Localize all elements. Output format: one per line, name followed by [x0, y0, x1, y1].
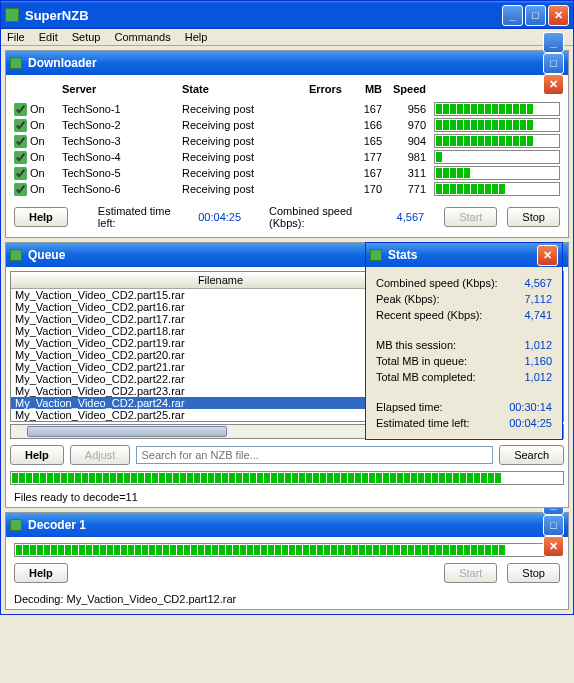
stats-titlebar[interactable]: Stats ✕: [366, 243, 562, 267]
stat-value: 1,012: [524, 339, 552, 351]
close-button[interactable]: ✕: [548, 5, 569, 26]
server-row: On TechSono-3 Receiving post 165 904: [14, 133, 560, 149]
stat-label: Combined speed (Kbps):: [376, 277, 498, 289]
server-speed: 771: [392, 183, 434, 195]
server-progress: [434, 134, 560, 148]
cube-icon: [10, 519, 22, 531]
dl-start-button[interactable]: Start: [444, 207, 497, 227]
server-row: On TechSono-6 Receiving post 170 771: [14, 181, 560, 197]
dl-stop-button[interactable]: Stop: [507, 207, 560, 227]
dec-start-button[interactable]: Start: [444, 563, 497, 583]
queue-progress: [10, 471, 564, 485]
queue-search-button[interactable]: Search: [499, 445, 564, 465]
main-window: SuperNZB _ □ ✕ File Edit Setup Commands …: [0, 0, 574, 615]
stat-label: MB this session:: [376, 339, 456, 351]
on-checkbox[interactable]: [14, 135, 27, 148]
stat-row: Combined speed (Kbps):4,567: [376, 275, 552, 291]
downloader-title: Downloader: [28, 56, 543, 70]
dl-help-button[interactable]: Help: [14, 207, 68, 227]
stat-row: Recent speed (Kbps):4,741: [376, 307, 552, 323]
menubar: File Edit Setup Commands Help: [1, 29, 573, 46]
stat-label: Elapsed time:: [376, 401, 443, 413]
server-row: On TechSono-2 Receiving post 166 970: [14, 117, 560, 133]
on-label: On: [30, 119, 45, 131]
col-state: State: [182, 83, 297, 95]
stats-panel: Stats ✕ Combined speed (Kbps):4,567Peak …: [365, 242, 563, 440]
server-progress: [434, 182, 560, 196]
server-name: TechSono-4: [62, 151, 182, 163]
server-mb: 165: [352, 135, 392, 147]
menu-edit[interactable]: Edit: [39, 31, 58, 43]
server-mb: 166: [352, 119, 392, 131]
on-checkbox[interactable]: [14, 167, 27, 180]
cube-icon: [370, 249, 382, 261]
col-mb: MB: [352, 83, 392, 95]
server-speed: 970: [392, 119, 434, 131]
dec-stop-button[interactable]: Stop: [507, 563, 560, 583]
server-name: TechSono-3: [62, 135, 182, 147]
stat-label: Total MB in queue:: [376, 355, 467, 367]
server-state: Receiving post: [182, 167, 297, 179]
stat-row: Peak (Kbps):7,112: [376, 291, 552, 307]
server-speed: 311: [392, 167, 434, 179]
dl-maximize-button[interactable]: □: [543, 53, 564, 74]
on-checkbox[interactable]: [14, 119, 27, 132]
server-name: TechSono-5: [62, 167, 182, 179]
server-state: Receiving post: [182, 151, 297, 163]
menu-file[interactable]: File: [7, 31, 25, 43]
dec-help-button[interactable]: Help: [14, 563, 68, 583]
stat-value: 1,012: [524, 371, 552, 383]
server-row: On TechSono-4 Receiving post 177 981: [14, 149, 560, 165]
stat-value: 4,741: [524, 309, 552, 321]
stat-label: Peak (Kbps):: [376, 293, 440, 305]
server-mb: 170: [352, 183, 392, 195]
stat-label: Recent speed (Kbps):: [376, 309, 482, 321]
queue-adjust-button[interactable]: Adjust: [70, 445, 131, 465]
downloader-titlebar[interactable]: Downloader _ □ ✕: [6, 51, 568, 75]
on-checkbox[interactable]: [14, 151, 27, 164]
server-progress: [434, 166, 560, 180]
dec-close-button[interactable]: ✕: [543, 536, 564, 557]
menu-setup[interactable]: Setup: [72, 31, 101, 43]
app-title: SuperNZB: [25, 8, 502, 23]
stat-value: 00:30:14: [509, 401, 552, 413]
server-state: Receiving post: [182, 103, 297, 115]
queue-help-button[interactable]: Help: [10, 445, 64, 465]
on-checkbox[interactable]: [14, 183, 27, 196]
col-errors: Errors: [297, 83, 352, 95]
app-icon: [5, 8, 19, 22]
stats-close-button[interactable]: ✕: [537, 245, 558, 266]
menu-commands[interactable]: Commands: [114, 31, 170, 43]
stat-row: Total MB in queue:1,160: [376, 353, 552, 369]
menu-help[interactable]: Help: [185, 31, 208, 43]
server-progress: [434, 118, 560, 132]
queue-search-input[interactable]: [136, 446, 493, 464]
on-checkbox[interactable]: [14, 103, 27, 116]
main-titlebar[interactable]: SuperNZB _ □ ✕: [1, 1, 573, 29]
server-state: Receiving post: [182, 135, 297, 147]
on-label: On: [30, 151, 45, 163]
stat-value: 4,567: [524, 277, 552, 289]
server-progress: [434, 150, 560, 164]
server-mb: 177: [352, 151, 392, 163]
dec-maximize-button[interactable]: □: [543, 515, 564, 536]
comb-value: 4,567: [397, 211, 425, 223]
stat-row: MB this session:1,012: [376, 337, 552, 353]
server-speed: 956: [392, 103, 434, 115]
downloader-panel: Downloader _ □ ✕ Server State Errors MB …: [5, 50, 569, 238]
col-server: Server: [62, 83, 182, 95]
minimize-button[interactable]: _: [502, 5, 523, 26]
server-name: TechSono-1: [62, 103, 182, 115]
decoder-titlebar[interactable]: Decoder 1 _ □ ✕: [6, 513, 568, 537]
stat-row: Elapsed time:00:30:14: [376, 399, 552, 415]
stat-row: Estimated time left:00:04:25: [376, 415, 552, 431]
queue-status: Files ready to decode=11: [6, 489, 568, 507]
maximize-button[interactable]: □: [525, 5, 546, 26]
on-label: On: [30, 135, 45, 147]
server-row: On TechSono-5 Receiving post 167 311: [14, 165, 560, 181]
dl-minimize-button[interactable]: _: [543, 32, 564, 53]
on-label: On: [30, 167, 45, 179]
stat-row: Total MB completed:1,012: [376, 369, 552, 385]
stat-value: 00:04:25: [509, 417, 552, 429]
cube-icon: [10, 249, 22, 261]
